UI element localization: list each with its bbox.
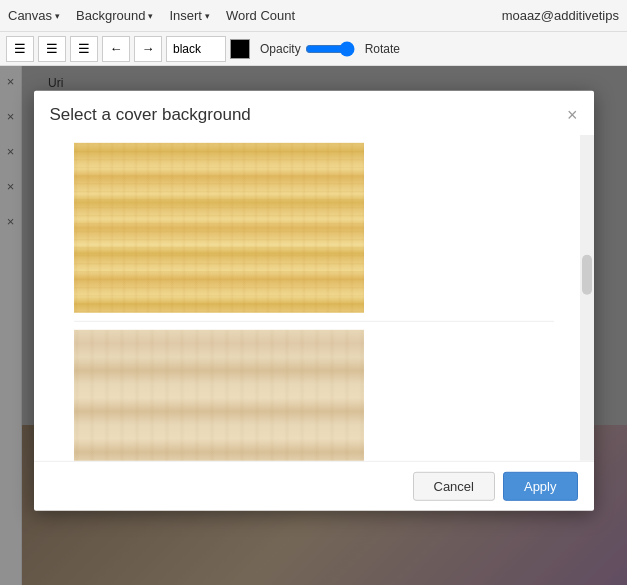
- menu-user[interactable]: moaaz@additivetips: [502, 8, 619, 23]
- align-right-button[interactable]: ☰: [70, 36, 98, 62]
- background-row-2: [74, 321, 554, 460]
- modal-scrollbar-thumb[interactable]: [582, 254, 592, 294]
- rotate-label: Rotate: [365, 42, 400, 56]
- modal-body: [34, 134, 594, 460]
- menu-word-count[interactable]: Word Count: [226, 8, 295, 23]
- modal-scrollbar-track: [580, 134, 594, 460]
- color-input[interactable]: [166, 36, 226, 62]
- page-area: × × × × × Uri Select a cover background …: [0, 66, 627, 585]
- apply-button[interactable]: Apply: [503, 471, 578, 500]
- select-cover-background-modal: Select a cover background × Cancel Appl: [34, 90, 594, 510]
- background-option-wood-beige[interactable]: [74, 329, 364, 460]
- modal-header: Select a cover background ×: [34, 90, 594, 134]
- opacity-label: Opacity: [260, 42, 301, 56]
- align-left-button[interactable]: ☰: [6, 36, 34, 62]
- opacity-slider[interactable]: [305, 41, 355, 57]
- color-swatch: [230, 39, 250, 59]
- arrow-right-button[interactable]: →: [134, 36, 162, 62]
- modal-title: Select a cover background: [50, 104, 251, 124]
- menu-bar: Canvas ▾ Background ▾ Insert ▾ Word Coun…: [0, 0, 627, 32]
- menu-insert[interactable]: Insert ▾: [169, 8, 210, 23]
- background-grid: [74, 134, 554, 460]
- background-option-wood-pine[interactable]: [74, 142, 364, 312]
- toolbar: ☰ ☰ ☰ ← → Opacity Rotate: [0, 32, 627, 66]
- menu-canvas[interactable]: Canvas ▾: [8, 8, 60, 23]
- background-arrow: ▾: [148, 11, 153, 21]
- menu-background[interactable]: Background ▾: [76, 8, 153, 23]
- canvas-arrow: ▾: [55, 11, 60, 21]
- background-row-1: [74, 134, 554, 321]
- align-center-button[interactable]: ☰: [38, 36, 66, 62]
- cancel-button[interactable]: Cancel: [413, 471, 495, 500]
- insert-arrow: ▾: [205, 11, 210, 21]
- arrow-left-button[interactable]: ←: [102, 36, 130, 62]
- modal-close-button[interactable]: ×: [567, 105, 578, 123]
- modal-footer: Cancel Apply: [34, 460, 594, 510]
